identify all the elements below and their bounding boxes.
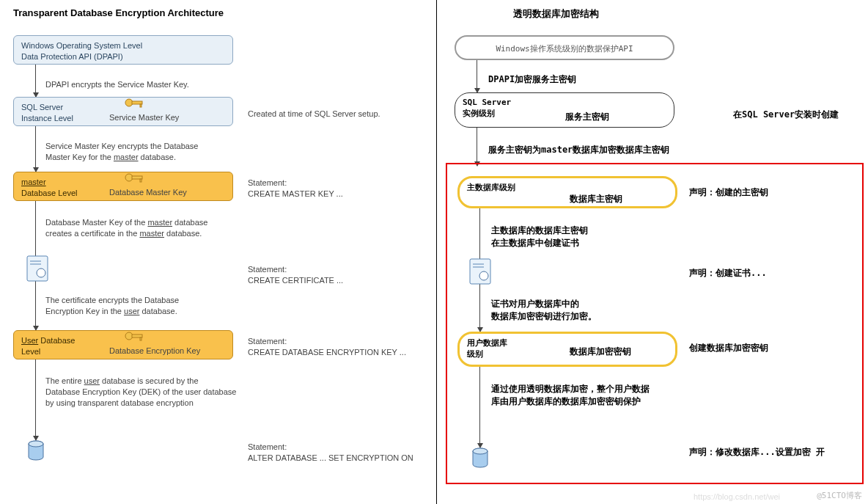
svg-point-14	[29, 441, 43, 447]
box3-key-zh: 数据库主密钥	[570, 193, 622, 205]
svg-rect-11	[132, 335, 142, 337]
left-diagram-en: Transparent Database Encryption Architec…	[0, 0, 433, 504]
arrow-5-zh	[479, 367, 480, 448]
box4-key-label: Database Encryption Key	[109, 346, 200, 357]
arrow1-caption: DPAPI encrypts the Service Master Key.	[45, 79, 189, 90]
certificate-icon-zh	[469, 258, 491, 285]
arrow-2	[35, 126, 36, 172]
title-en: Transparent Database Encryption Architec…	[0, 0, 433, 18]
box3-master-u: master	[21, 178, 46, 186]
db-side: Statement:ALTER DATABASE ... SET ENCRYPT…	[248, 442, 413, 464]
box4-side-zh: 创建数据库加密密钥	[689, 342, 768, 354]
svg-rect-12	[140, 337, 141, 340]
arrow2-caption-zh: 服务主密钥为master数据库加密数据库主密钥	[488, 144, 669, 156]
database-icon	[28, 440, 44, 461]
title-zh: 透明数据库加密结构	[440, 0, 868, 21]
box-user-db-level: User Database Level Database Encryption …	[13, 330, 233, 359]
arrow4-caption-zh: 证书对用户数据库中的数据库加密密钥进行加密。	[491, 298, 597, 323]
box-master-db-zh: 主数据库级别 数据库主密钥	[457, 176, 677, 208]
watermark: @51CTO博客	[817, 490, 862, 501]
svg-rect-1	[132, 101, 142, 104]
arrow1-caption-zh: DPAPI加密服务主密钥	[488, 73, 576, 86]
box2-side-zh: 在SQL Server安装时创建	[733, 109, 839, 121]
svg-rect-5	[140, 179, 141, 182]
arrow-1	[35, 65, 36, 97]
svg-point-20	[473, 448, 488, 454]
watermark-faint: https://blog.csdn.net/wei	[694, 492, 780, 501]
key-icon	[124, 171, 144, 184]
right-diagram-zh: 透明数据库加密结构 Windows操作系统级别的数据保护API DPAPI加密服…	[440, 0, 868, 504]
box-user-db-zh: 用户数据库 级别 数据库加密密钥	[457, 332, 677, 367]
box2-line2-zh: 实例级别	[463, 109, 666, 120]
box-os-line2: Data Protection API (DPAPI)	[21, 51, 225, 62]
key-icon	[124, 329, 144, 343]
cert-side-zh: 声明：创建证书...	[689, 267, 767, 280]
arrow2-caption: Service Master Key encrypts the Database…	[45, 141, 198, 163]
arrow-1-zh	[477, 60, 477, 92]
box2-line1: SQL Server	[21, 102, 225, 113]
box4-key-zh: 数据库加密密钥	[570, 346, 631, 358]
svg-rect-6	[27, 256, 48, 281]
arrow-2-zh	[477, 128, 477, 166]
box3-side: Statement:CREATE MASTER KEY ...	[248, 178, 343, 200]
arrow3-caption: Database Master Key of the master databa…	[45, 217, 207, 239]
certificate-icon	[26, 255, 48, 282]
db-side-zh: 声明：修改数据库...设置加密 开	[689, 446, 825, 459]
database-icon-zh	[472, 448, 488, 468]
svg-rect-15	[470, 259, 490, 284]
box2-key-label: Service Master Key	[109, 112, 179, 123]
vertical-divider	[436, 0, 437, 504]
arrow-5	[35, 359, 36, 440]
arrow5-caption-zh: 通过使用透明数据库加密，整个用户数据库由用户数据库的数据库加密密钥保护	[491, 383, 650, 408]
box2-key-zh: 服务主密钥	[565, 111, 609, 123]
box3-key-label: Database Master Key	[109, 187, 187, 198]
box2-side: Created at time of SQL Server setup.	[248, 109, 380, 120]
box-os-level-zh: Windows操作系统级别的数据保护API	[455, 35, 674, 60]
red-frame	[446, 163, 864, 484]
svg-rect-2	[140, 104, 141, 107]
box4-line1-zh: 用户数据库	[467, 338, 668, 349]
svg-point-7	[37, 269, 45, 277]
arrow4-caption: The certificate encrypts the Database En…	[45, 295, 179, 317]
cert-side: Statement:CREATE CERTIFICATE ...	[248, 264, 343, 286]
box4-side: Statement:CREATE DATABASE ENCRYPTION KEY…	[248, 336, 406, 358]
svg-rect-4	[132, 176, 142, 179]
arrow5-caption: The entire user database is secured by t…	[45, 376, 236, 409]
box3-line1-zh: 主数据库级别	[467, 183, 668, 194]
svg-point-16	[479, 271, 488, 280]
box-instance-level: SQL Server Instance Level Service Master…	[13, 97, 233, 126]
box2-line1-zh: SQL Server	[463, 98, 666, 109]
box3-side-zh: 声明：创建的主密钥	[689, 186, 768, 199]
box4-user-u: User	[21, 336, 38, 345]
box4-line2-zh: 级别	[467, 349, 668, 360]
box-instance-level-zh: SQL Server 实例级别 服务主密钥	[455, 92, 674, 128]
box-os-line1: Windows Operating System Level	[21, 40, 225, 51]
box-os-level: Windows Operating System Level Data Prot…	[13, 35, 233, 65]
key-icon	[124, 96, 144, 109]
arrow3-caption-zh: 主数据库的数据库主密钥在主数据库中创建证书	[491, 224, 588, 249]
box-master-db-level: master Database Level Database Master Ke…	[13, 172, 233, 201]
